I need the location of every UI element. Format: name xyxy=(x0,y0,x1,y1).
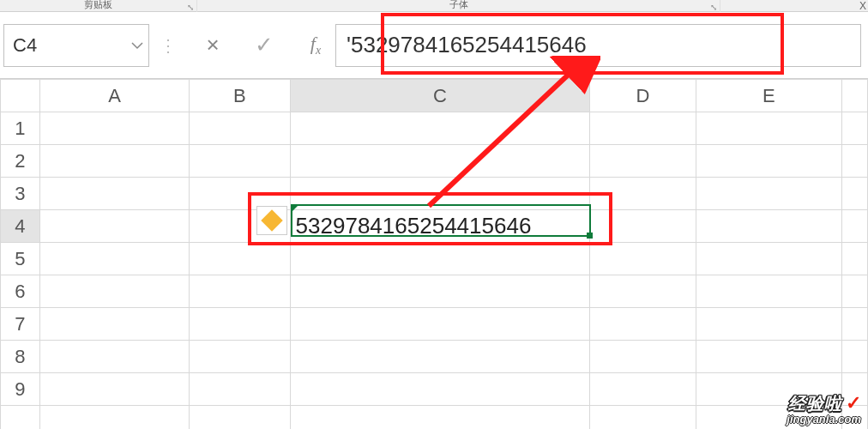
cell[interactable] xyxy=(190,112,291,145)
cell[interactable] xyxy=(39,145,189,178)
cell[interactable] xyxy=(842,308,868,341)
row-header-2[interactable]: 2 xyxy=(1,145,40,178)
cell[interactable] xyxy=(696,145,841,178)
select-all-corner[interactable] xyxy=(1,80,40,112)
cell[interactable] xyxy=(190,243,291,275)
cell[interactable] xyxy=(190,275,291,308)
cell[interactable] xyxy=(590,178,696,210)
insert-function-button[interactable]: fx xyxy=(303,33,329,58)
row-header-1[interactable]: 1 xyxy=(1,112,40,145)
name-box-dropdown-icon[interactable] xyxy=(131,41,143,50)
ribbon-clipboard-expand-icon[interactable]: ⤡ xyxy=(187,3,194,12)
cell[interactable] xyxy=(39,210,189,243)
formula-bar-row: C4 ⋮ × ✓ fx '5329784165254415646 xyxy=(0,12,868,79)
cell[interactable] xyxy=(590,210,696,243)
cell[interactable] xyxy=(39,112,189,145)
spreadsheet-grid[interactable]: A B C D E 1 2 3 4 5329784165254415646 5 … xyxy=(0,79,868,429)
col-header-B[interactable]: B xyxy=(190,80,291,112)
watermark-check-icon: ✓ xyxy=(846,392,861,414)
cell[interactable] xyxy=(190,341,291,373)
cell[interactable] xyxy=(590,373,696,406)
cell[interactable] xyxy=(842,243,868,275)
formula-bar-input[interactable]: '5329784165254415646 xyxy=(335,24,861,67)
formula-cancel-button[interactable]: × xyxy=(200,33,226,58)
ribbon-bottom-strip: 剪贴板 ⤡ 子体 ⤡ X xyxy=(0,0,868,12)
formula-bar-buttons: × ✓ fx xyxy=(186,33,329,58)
cell[interactable] xyxy=(590,308,696,341)
row-header-4[interactable]: 4 xyxy=(1,210,40,243)
cell[interactable] xyxy=(290,145,590,178)
ribbon-clipboard-label: 剪贴板 xyxy=(84,0,112,11)
row-header-5[interactable]: 5 xyxy=(1,243,40,275)
cell[interactable] xyxy=(290,341,590,373)
ribbon-group-clipboard: 剪贴板 ⤡ xyxy=(0,0,197,12)
row-header-6[interactable]: 6 xyxy=(1,275,40,308)
cell[interactable] xyxy=(39,373,189,406)
col-header-A[interactable]: A xyxy=(39,80,189,112)
cell[interactable] xyxy=(39,243,189,275)
cell[interactable] xyxy=(290,373,590,406)
cell[interactable] xyxy=(290,406,590,430)
cell[interactable] xyxy=(39,178,189,210)
ribbon-font-expand-icon[interactable]: ⤡ xyxy=(710,3,717,12)
ribbon-font-label: 子体 xyxy=(449,0,468,11)
cell[interactable] xyxy=(842,112,868,145)
name-box-value: C4 xyxy=(13,34,37,57)
cell[interactable] xyxy=(696,341,841,373)
ribbon-group-font: 子体 ⤡ xyxy=(197,0,720,12)
row-header-8[interactable]: 8 xyxy=(1,341,40,373)
cell[interactable] xyxy=(290,275,590,308)
cell[interactable] xyxy=(190,178,291,210)
warning-diamond-icon xyxy=(259,208,285,233)
cell[interactable] xyxy=(590,145,696,178)
cell[interactable] xyxy=(590,341,696,373)
cell[interactable] xyxy=(190,373,291,406)
col-header-C[interactable]: C xyxy=(290,80,590,112)
watermark: 经验啦 ✓ jingyanla.com xyxy=(787,393,861,426)
cell[interactable] xyxy=(842,275,868,308)
cell[interactable] xyxy=(290,178,590,210)
row-header-7[interactable]: 7 xyxy=(1,308,40,341)
watermark-text: 经验啦 xyxy=(788,394,842,413)
cell[interactable] xyxy=(696,210,841,243)
col-header-D[interactable]: D xyxy=(590,80,696,112)
formula-accept-button[interactable]: ✓ xyxy=(251,33,277,58)
cell[interactable] xyxy=(842,178,868,210)
cell[interactable] xyxy=(842,145,868,178)
cell[interactable] xyxy=(590,275,696,308)
cell[interactable] xyxy=(190,308,291,341)
col-header-overflow[interactable] xyxy=(842,80,868,112)
cell[interactable] xyxy=(696,112,841,145)
cell[interactable] xyxy=(290,243,590,275)
col-header-E[interactable]: E xyxy=(696,80,841,112)
cell[interactable] xyxy=(190,145,291,178)
cell[interactable] xyxy=(590,243,696,275)
cell[interactable] xyxy=(39,308,189,341)
fx-icon: fx xyxy=(310,33,321,57)
row-header-9[interactable]: 9 xyxy=(1,373,40,406)
cell[interactable] xyxy=(39,406,189,430)
name-box[interactable]: C4 xyxy=(3,24,149,67)
cell[interactable] xyxy=(842,341,868,373)
cell[interactable] xyxy=(590,406,696,430)
row-header-3[interactable]: 3 xyxy=(1,178,40,210)
cancel-x-icon: × xyxy=(206,32,219,58)
cell[interactable] xyxy=(842,210,868,243)
cell[interactable] xyxy=(696,308,841,341)
cell-C4[interactable]: 5329784165254415646 xyxy=(290,210,590,243)
ribbon-x-icon: X xyxy=(859,0,866,12)
cell[interactable] xyxy=(190,406,291,430)
row-header-10[interactable] xyxy=(1,406,40,430)
cell[interactable] xyxy=(290,112,590,145)
cell[interactable] xyxy=(590,112,696,145)
spreadsheet-grid-wrap: A B C D E 1 2 3 4 5329784165254415646 5 … xyxy=(0,79,868,429)
cell[interactable] xyxy=(696,243,841,275)
accept-check-icon: ✓ xyxy=(255,32,274,58)
error-indicator-button[interactable] xyxy=(256,206,287,235)
cell[interactable] xyxy=(39,275,189,308)
cell[interactable] xyxy=(39,341,189,373)
cell[interactable] xyxy=(290,308,590,341)
watermark-url: jingyanla.com xyxy=(787,414,861,426)
cell[interactable] xyxy=(696,275,841,308)
cell[interactable] xyxy=(696,178,841,210)
